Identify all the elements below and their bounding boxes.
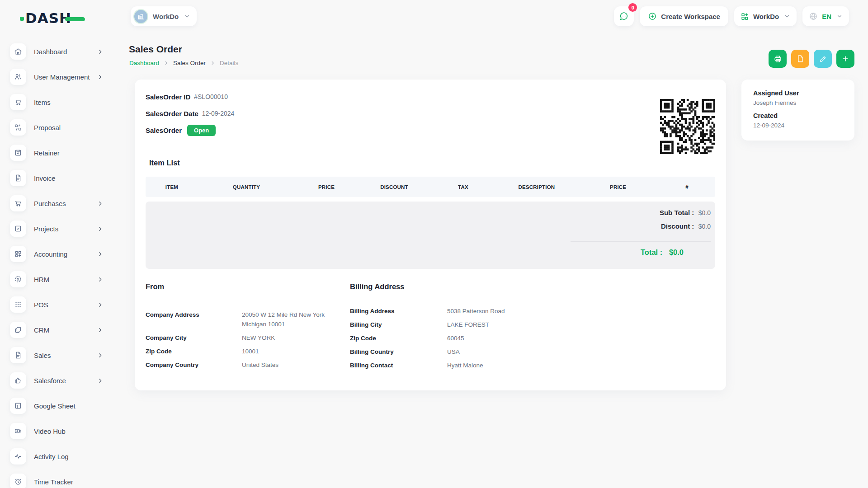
billing-address-value: 5038 Patterson Road [447, 306, 505, 316]
chevron-right-icon [97, 378, 103, 384]
chevron-right-icon [97, 352, 103, 358]
billing-address-label: Billing Address [350, 306, 447, 316]
order-id-label: SalesOrder ID [146, 93, 190, 101]
assigned-user-value: Joseph Fiennes [753, 98, 843, 108]
sidebar-item-label: Items [34, 99, 51, 106]
created-value: 12-09-2024 [753, 121, 843, 130]
column-header-description: DESCRIPTION [496, 184, 577, 190]
edit-button[interactable] [814, 50, 832, 68]
globe-icon [809, 12, 818, 21]
sidebar-item-retainer[interactable]: Retainer [0, 140, 118, 165]
messages-button[interactable]: 0 [614, 6, 634, 26]
company-country-row: Company Country United States [146, 360, 350, 370]
discount-value: $0.0 [698, 223, 711, 230]
sidebar-item-label: HRM [34, 276, 49, 283]
billing-zip-label: Zip Code [350, 333, 447, 343]
sidebar-item-label: Google Sheet [34, 402, 75, 410]
billing-zip-value: 60045 [447, 333, 464, 343]
language-dropdown[interactable]: EN [802, 6, 849, 26]
brand-logo[interactable]: DASH [25, 10, 93, 26]
workspace-selector[interactable]: WorkDo [131, 6, 197, 26]
sidebar-item-salesforce[interactable]: Salesforce [0, 368, 118, 393]
billing-contact-row: Billing Contact Hyatt Malone [350, 361, 630, 370]
discount-label: Discount : [661, 222, 694, 230]
company-address-label: Company Address [146, 310, 242, 329]
sidebar-item-label: Activity Log [34, 453, 69, 460]
item-list-title: Item List [149, 159, 715, 167]
document-button[interactable] [791, 50, 809, 68]
addresses-section: From Company Address 20050 W 12 Mile Rd … [146, 282, 715, 374]
totals-panel: Sub Total : $0.0 Discount : $0.0 Total :… [146, 202, 715, 269]
sidebar-item-pos[interactable]: POS [0, 292, 118, 317]
chevron-down-icon [184, 13, 190, 19]
sidebar-item-crm[interactable]: CRM [0, 317, 118, 343]
print-button[interactable] [769, 50, 787, 68]
billing-address-section: Billing Address Billing Address 5038 Pat… [350, 282, 630, 374]
sidebar-item-purchases[interactable]: Purchases [0, 191, 118, 216]
sidebar-item-activity-log[interactable]: Activity Log [0, 444, 118, 469]
frames-icon [10, 322, 26, 338]
sidebar-item-label: Video Hub [34, 427, 66, 435]
sidebar-item-label: Retainer [34, 149, 60, 157]
dots-grid-icon [10, 296, 26, 313]
sub-total-value: $0.0 [698, 209, 711, 216]
order-date-value: 12-09-2024 [202, 110, 235, 117]
create-workspace-label: Create Workspace [661, 13, 720, 20]
breadcrumb-dashboard-link[interactable]: Dashboard [129, 60, 159, 66]
users-icon [10, 69, 26, 85]
sidebar-item-time-tracker[interactable]: Time Tracker [0, 469, 118, 488]
sidebar-item-video-hub[interactable]: Video Hub [0, 418, 118, 444]
sidebar-item-sales[interactable]: Sales [0, 343, 118, 368]
billing-country-value: USA [447, 347, 460, 357]
company-address-value: 20050 W 12 Mile Rd New York Michigan 100… [242, 310, 337, 329]
sidebar-menu: Dashboard User Management Items Proposal… [0, 39, 118, 488]
sidebar-item-invoice[interactable]: Invoice [0, 165, 118, 191]
billing-title: Billing Address [350, 282, 630, 291]
chevron-right-icon [210, 61, 215, 66]
total-value: $0.0 [669, 248, 684, 256]
total-label: Total : [641, 248, 662, 256]
billing-contact-label: Billing Contact [350, 361, 447, 370]
sidebar-item-google-sheet[interactable]: Google Sheet [0, 393, 118, 418]
company-country-value: United States [242, 360, 278, 370]
person-scan-icon [10, 271, 26, 287]
company-city-row: Company City NEW YORK [146, 333, 350, 343]
sidebar-item-hrm[interactable]: HRM [0, 267, 118, 292]
add-button[interactable] [836, 50, 854, 68]
order-date-row: SalesOrder Date 12-09-2024 [146, 108, 715, 119]
order-id-value: #SLO00010 [194, 93, 228, 100]
sidebar-item-user-management[interactable]: User Management [0, 64, 118, 89]
file-text-icon [10, 347, 26, 363]
billing-country-label: Billing Country [350, 347, 447, 357]
sidebar: DASH Dashboard User Management Items Pro… [0, 0, 118, 488]
chevron-down-icon [836, 13, 843, 19]
page-title: Sales Order [129, 44, 182, 55]
order-id-row: SalesOrder ID #SLO00010 [146, 91, 715, 102]
chevron-right-icon [97, 251, 103, 257]
company-zip-value: 10001 [242, 347, 259, 356]
sidebar-item-projects[interactable]: Projects [0, 216, 118, 241]
sales-order-details-page: DASH Dashboard User Management Items Pro… [0, 0, 868, 488]
sidebar-item-label: Invoice [34, 174, 56, 182]
activity-pulse-icon [10, 448, 26, 465]
totals-divider [571, 241, 711, 242]
from-title: From [146, 282, 350, 291]
billing-country-row: Billing Country USA [350, 347, 630, 357]
chevron-right-icon [97, 74, 103, 80]
column-header-item: ITEM [146, 184, 198, 190]
create-workspace-button[interactable]: Create Workspace [640, 6, 728, 26]
sidebar-item-accounting[interactable]: Accounting [0, 241, 118, 267]
workspace-dropdown[interactable]: WorkDo [734, 6, 797, 26]
breadcrumb-sales-order-link[interactable]: Sales Order [173, 60, 206, 66]
assigned-user-label: Assigned User [753, 89, 843, 98]
cart-icon [10, 195, 26, 211]
sidebar-item-label: Proposal [34, 124, 61, 131]
sidebar-item-proposal[interactable]: Proposal [0, 115, 118, 140]
sidebar-item-dashboard[interactable]: Dashboard [0, 39, 118, 64]
grand-total-row: Total : $0.0 [146, 248, 711, 257]
sidebar-item-label: CRM [34, 326, 49, 334]
billing-contact-value: Hyatt Malone [447, 361, 483, 370]
sidebar-item-items[interactable]: Items [0, 89, 118, 115]
created-label: Created [753, 111, 843, 121]
status-badge: Open [187, 125, 216, 136]
